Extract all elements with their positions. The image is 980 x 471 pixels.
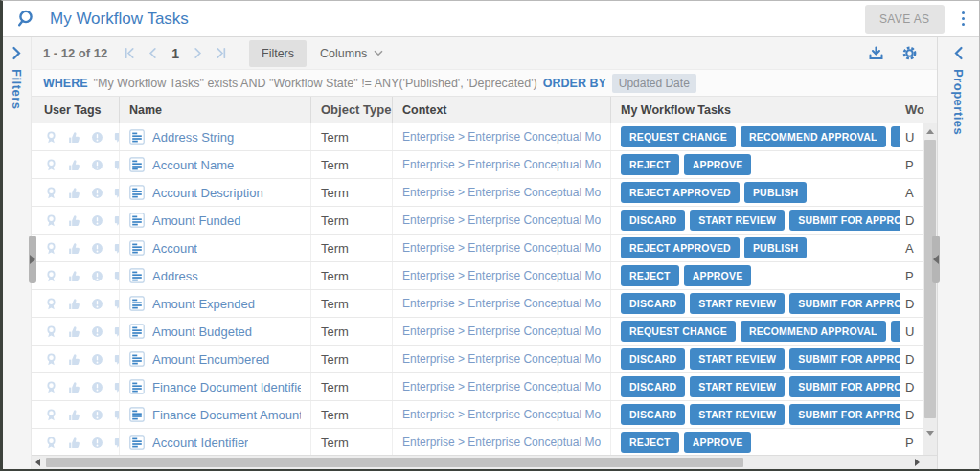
workflow-action-button[interactable]: REJECT [621,432,679,453]
workflow-action-button[interactable]: REQUEST CHANGE [621,321,736,342]
term-name-link[interactable]: Amount Funded [152,213,241,228]
expand-properties-chevron-icon[interactable] [953,46,964,60]
table-row[interactable]: Amount Expended Term Enterprise > Enterp… [32,290,937,318]
comment-icon[interactable] [113,213,120,228]
context-breadcrumb-link[interactable]: Enterprise > Enterprise Conceptual Model [402,352,601,366]
scroll-down-icon[interactable] [926,431,934,436]
workflow-action-button[interactable]: SUBMIT FOR APPROVAL [789,404,900,425]
workflow-action-button[interactable]: START REVIEW [690,293,785,314]
exclamation-circle-icon[interactable] [90,297,104,311]
workflow-action-button[interactable]: SUBMIT FOR APPROVAL [789,376,900,397]
workflow-action-button[interactable]: SUBMIT FOR APPROVAL [789,348,900,370]
comment-icon[interactable] [113,352,120,367]
ribbon-icon[interactable] [44,158,58,172]
scroll-left-icon[interactable] [35,459,40,466]
workflow-action-button[interactable]: DISCARD [621,348,685,370]
exclamation-circle-icon[interactable] [90,380,104,394]
comment-icon[interactable] [113,130,120,145]
workflow-action-button[interactable]: DISCARD [621,376,685,397]
term-name-link[interactable]: Account Description [152,186,263,200]
comment-icon[interactable] [113,241,120,256]
column-header-name[interactable]: Name [120,97,311,123]
thumbs-up-icon[interactable] [67,241,81,256]
workflow-action-button[interactable]: PUBLISH [744,182,808,203]
comment-icon[interactable] [113,408,120,422]
context-breadcrumb-link[interactable]: Enterprise > Enterprise Conceptual Model [402,297,601,310]
thumbs-up-icon[interactable] [67,130,81,145]
term-name-link[interactable]: Finance Document Identifier [152,380,301,394]
thumbs-up-icon[interactable] [67,297,81,311]
previous-page-icon[interactable] [141,44,165,62]
filters-panel-label[interactable]: Filters [10,69,24,110]
gear-icon[interactable] [901,45,918,61]
term-name-link[interactable]: Account [152,241,197,256]
exclamation-circle-icon[interactable] [90,269,104,283]
thumbs-up-icon[interactable] [67,158,81,172]
last-page-icon[interactable] [210,44,234,62]
first-page-icon[interactable] [117,44,141,62]
column-header-context[interactable]: Context [393,97,611,123]
workflow-action-button[interactable]: DISCARD [621,404,685,425]
ribbon-icon[interactable] [44,380,58,394]
download-icon[interactable] [868,45,884,61]
context-breadcrumb-link[interactable]: Enterprise > Enterprise Conceptual Model [402,158,601,171]
term-name-link[interactable]: Amount Encumbered [152,352,269,367]
workflow-action-button[interactable]: PUBLISH [744,237,808,258]
save-as-button[interactable]: SAVE AS [865,5,945,34]
context-breadcrumb-link[interactable]: Enterprise > Enterprise Conceptual Model [402,241,601,255]
exclamation-circle-icon[interactable] [90,241,104,256]
next-page-icon[interactable] [186,44,210,62]
properties-panel-label[interactable]: Properties [951,69,966,135]
columns-dropdown[interactable]: Columns [320,47,383,60]
workflow-action-button[interactable]: START REVIEW [690,376,785,397]
context-breadcrumb-link[interactable]: Enterprise > Enterprise Conceptual Model [402,408,601,421]
ribbon-icon[interactable] [44,241,58,256]
workflow-action-button[interactable]: SUBMIT FOR APPROVAL [789,210,900,231]
context-breadcrumb-link[interactable]: Enterprise > Enterprise Conceptual Model [402,186,601,199]
exclamation-circle-icon[interactable] [90,130,104,145]
table-row[interactable]: Account Description Term Enterprise > En… [32,179,937,207]
workflow-action-button[interactable]: DISCARD [621,293,685,314]
context-breadcrumb-link[interactable]: Enterprise > Enterprise Conceptual Model [402,130,601,144]
workflow-action-button[interactable]: REQUEST CHANGE [621,126,736,147]
table-row[interactable]: Finance Document Amount Term Enterprise … [32,401,937,429]
more-options-icon[interactable] [959,9,969,30]
term-name-link[interactable]: Amount Budgeted [152,325,252,339]
column-header-user-tags[interactable]: User Tags [32,97,120,123]
thumbs-up-icon[interactable] [67,352,81,367]
exclamation-circle-icon[interactable] [90,408,104,422]
horizontal-scrollbar-thumb[interactable] [46,458,743,467]
term-name-link[interactable]: Amount Expended [152,297,255,311]
workflow-action-button[interactable]: APPROVE [891,126,900,147]
workflow-action-button[interactable]: START REVIEW [690,404,785,425]
workflow-action-button[interactable]: SUBMIT FOR APPROVAL [789,293,900,314]
vertical-scrollbar[interactable] [923,123,937,455]
comment-icon[interactable] [113,325,120,339]
comment-icon[interactable] [113,297,120,311]
comment-icon[interactable] [113,158,120,172]
workflow-action-button[interactable]: APPROVE [684,265,752,286]
term-name-link[interactable]: Account Identifier [152,436,248,450]
comment-icon[interactable] [113,380,120,394]
filters-panel-strip[interactable]: Filters [3,37,32,469]
column-header-my-workflow-tasks[interactable]: My Workflow Tasks [611,97,900,123]
table-row[interactable]: Address String Term Enterprise > Enterpr… [32,123,937,151]
term-name-link[interactable]: Finance Document Amount [152,408,301,422]
table-row[interactable]: Amount Budgeted Term Enterprise > Enterp… [32,318,937,346]
workflow-action-button[interactable]: REJECT [621,265,679,286]
ribbon-icon[interactable] [44,269,58,283]
context-breadcrumb-link[interactable]: Enterprise > Enterprise Conceptual Model [402,380,601,393]
thumbs-up-icon[interactable] [67,408,81,422]
thumbs-up-icon[interactable] [67,436,81,450]
table-row[interactable]: Amount Encumbered Term Enterprise > Ente… [32,346,937,373]
workflow-action-button[interactable]: APPROVE [684,154,752,175]
comment-icon[interactable] [113,436,120,450]
workflow-action-button[interactable]: APPROVE [891,321,900,342]
search-icon[interactable] [16,9,37,30]
column-header-wo[interactable]: Wo [900,97,937,123]
ribbon-icon[interactable] [44,213,58,228]
scroll-up-icon[interactable] [926,129,934,134]
thumbs-up-icon[interactable] [67,269,81,283]
table-row[interactable]: Account Name Term Enterprise > Enterpris… [32,151,937,179]
filters-toggle-button[interactable]: Filters [249,40,307,67]
